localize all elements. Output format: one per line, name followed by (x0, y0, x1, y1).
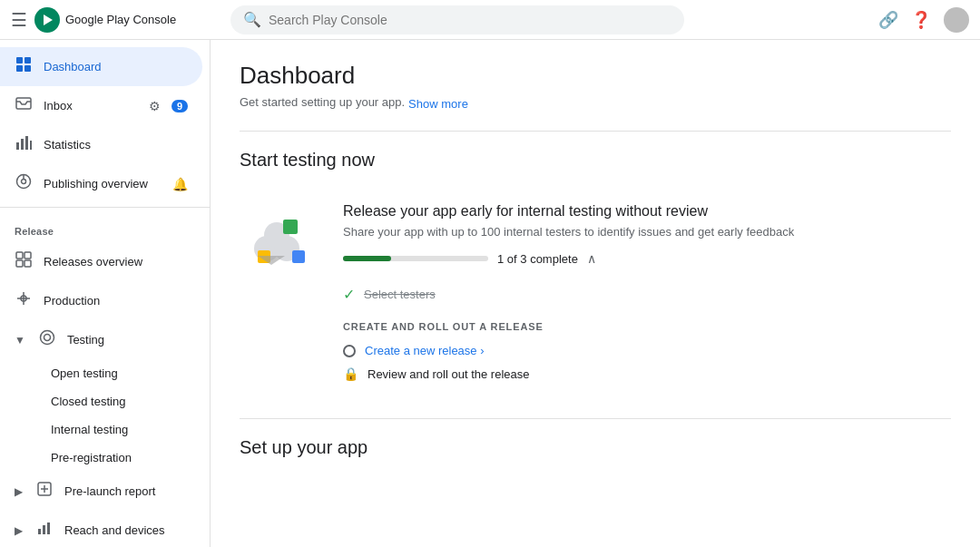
progress-label: 1 of 3 complete (497, 252, 578, 266)
card-internal-testing: Release your app early for internal test… (240, 189, 951, 400)
statistics-icon (15, 134, 33, 155)
subsection-label: CREATE AND ROLL OUT A RELEASE (343, 321, 951, 332)
progress-bar-fill (343, 256, 391, 261)
sidebar-item-production[interactable]: Production (0, 281, 202, 320)
sidebar: Dashboard Inbox ⚙ 9 Statistics Publishin… (0, 40, 211, 547)
search-bar[interactable]: 🔍 (230, 5, 684, 34)
sidebar-item-inbox[interactable]: Inbox ⚙ 9 (0, 86, 202, 125)
topbar-right: 🔗 ❓ (878, 7, 969, 33)
svg-rect-4 (16, 65, 23, 72)
sidebar-item-publishing[interactable]: Publishing overview 🔔 (0, 164, 202, 203)
svg-rect-9 (25, 136, 28, 150)
svg-rect-26 (47, 523, 50, 534)
svg-rect-7 (16, 142, 19, 150)
testing-icon (38, 329, 56, 350)
setup-title: Set up your app (240, 437, 951, 458)
topbar-left: ☰ Google Play Console (11, 7, 220, 33)
pre-registration-label: Pre-registration (51, 451, 132, 464)
search-icon: 🔍 (243, 11, 261, 28)
sidebar-sub-open-testing[interactable]: Open testing (0, 359, 202, 387)
sidebar-item-pre-launch[interactable]: ▶ Pre-launch report (0, 472, 202, 511)
progress-bar-bg (343, 256, 488, 261)
open-testing-label: Open testing (51, 366, 118, 380)
sidebar-item-releases-overview[interactable]: Releases overview (0, 242, 202, 281)
sidebar-sub-pre-registration[interactable]: Pre-registration (0, 444, 202, 472)
hamburger-icon[interactable]: ☰ (11, 9, 27, 31)
production-icon (15, 290, 33, 311)
svg-rect-5 (24, 65, 31, 72)
search-input[interactable] (269, 13, 671, 27)
card-title: Release your app early for internal test… (343, 203, 951, 220)
logo-icon (34, 7, 60, 33)
dashboard-icon (15, 56, 33, 77)
sidebar-item-dashboard[interactable]: Dashboard (0, 47, 202, 86)
reach-expand-icon: ▶ (15, 524, 23, 537)
show-more-link[interactable]: Show more (408, 97, 468, 111)
inbox-badge: 9 (172, 100, 188, 112)
divider-2 (240, 418, 951, 419)
card-content: Release your app early for internal test… (343, 203, 951, 386)
content-area: Dashboard Get started setting up your ap… (211, 40, 980, 547)
svg-point-19 (40, 331, 54, 345)
reach-icon (35, 520, 54, 541)
sidebar-sub-closed-testing[interactable]: Closed testing (0, 387, 202, 415)
action-create-label: Create a new release › (365, 344, 485, 357)
release-section-label: Release (0, 211, 210, 242)
svg-rect-30 (283, 220, 298, 234)
settings-icon[interactable]: ⚙ (149, 99, 161, 113)
sidebar-item-testing[interactable]: ▼ Testing (0, 320, 202, 359)
svg-rect-2 (16, 57, 23, 63)
sidebar-item-statistics[interactable]: Statistics (0, 125, 202, 164)
setup-section: Set up your app (240, 437, 951, 458)
svg-rect-24 (38, 529, 41, 534)
sidebar-item-reach-devices[interactable]: ▶ Reach and devices (0, 511, 202, 547)
sidebar-sub-internal-testing[interactable]: Internal testing (0, 415, 202, 444)
svg-rect-25 (43, 525, 45, 534)
action-create-release[interactable]: Create a new release › (343, 339, 951, 362)
help-icon[interactable]: ❓ (911, 10, 931, 30)
svg-rect-14 (16, 252, 23, 259)
circle-icon (343, 345, 356, 357)
action-review-release[interactable]: 🔒 Review and roll out the release (343, 362, 951, 386)
lock-icon: 🔒 (343, 366, 358, 381)
svg-rect-10 (30, 141, 32, 150)
link-icon[interactable]: 🔗 (878, 10, 898, 30)
sidebar-releases-label: Releases overview (44, 255, 188, 269)
sidebar-reach-label: Reach and devices (64, 523, 188, 537)
section1-title: Start testing now (240, 150, 951, 171)
notification-icon: 🔔 (172, 177, 188, 191)
sidebar-production-label: Production (44, 294, 188, 308)
avatar[interactable] (944, 7, 969, 33)
inbox-icon (15, 95, 33, 116)
progress-row: 1 of 3 complete ∧ (343, 251, 951, 266)
releases-icon (15, 251, 33, 272)
sidebar-item-label: Dashboard (44, 60, 188, 73)
svg-rect-6 (16, 98, 31, 109)
sidebar-pre-launch-label: Pre-launch report (64, 484, 188, 498)
svg-point-20 (44, 335, 50, 341)
svg-rect-17 (24, 260, 31, 267)
card-desc: Share your app with up to 100 internal t… (343, 225, 951, 239)
closed-testing-label: Closed testing (51, 395, 125, 408)
sidebar-statistics-label: Statistics (44, 138, 188, 151)
checklist-item-0: ✓ Select testers (343, 280, 951, 308)
page-subtitle: Get started setting up your app. (240, 95, 405, 109)
action-review-label: Review and roll out the release (368, 367, 530, 381)
svg-rect-16 (16, 260, 23, 267)
sidebar-publishing-label: Publishing overview (44, 177, 162, 190)
check-icon: ✓ (343, 286, 355, 303)
testing-expand-icon: ▼ (15, 334, 25, 347)
topbar: ☰ Google Play Console 🔍 🔗 ❓ (0, 0, 980, 40)
internal-testing-label: Internal testing (51, 423, 128, 436)
main-layout: Dashboard Inbox ⚙ 9 Statistics Publishin… (0, 40, 980, 547)
svg-rect-15 (24, 252, 31, 259)
publishing-icon (15, 173, 33, 194)
svg-rect-8 (21, 139, 24, 150)
sidebar-divider (0, 207, 210, 208)
pre-launch-icon (35, 481, 54, 502)
sidebar-testing-label: Testing (67, 333, 188, 347)
sidebar-inbox-label: Inbox (44, 99, 138, 112)
svg-rect-3 (24, 57, 31, 63)
page-title: Dashboard (240, 62, 951, 90)
progress-chevron[interactable]: ∧ (587, 251, 596, 266)
